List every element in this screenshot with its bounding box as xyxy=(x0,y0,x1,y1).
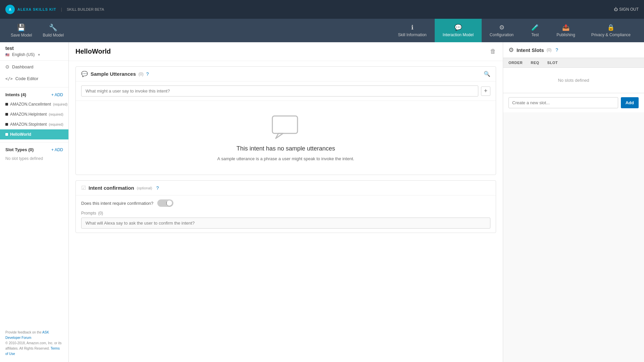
confirmation-title: Intent confirmation xyxy=(89,185,134,191)
tab-skill-information[interactable]: ℹ Skill Information xyxy=(390,19,434,42)
tab-privacy-compliance[interactable]: 🔒 Privacy & Compliance xyxy=(583,19,639,42)
col-order: ORDER xyxy=(508,61,523,65)
sample-utterances-card: 💬 Sample Utterances (0) ? 🔍 + This inten… xyxy=(75,66,496,175)
privacy-icon: 🔒 xyxy=(607,24,614,31)
utterances-count: (0) xyxy=(139,72,144,76)
dashboard-label: Dashboard xyxy=(12,64,34,69)
no-slot-types-msg: No slot types defined xyxy=(0,154,68,163)
stop-intent-label: AMAZON.StopIntent xyxy=(10,122,47,127)
footer-feedback-text: Provide feedback on the xyxy=(5,330,42,334)
confirmation-help-icon[interactable]: ? xyxy=(156,185,159,191)
intents-add-button[interactable]: + ADD xyxy=(51,93,63,97)
configuration-label: Configuration xyxy=(490,33,514,37)
center-panel: HelloWorld 🗑 💬 Sample Utterances (0) ? 🔍… xyxy=(69,42,503,362)
confirmation-question: Does this intent require confirmation? xyxy=(81,201,153,206)
slot-add-button[interactable]: Add xyxy=(621,97,639,108)
tab-interaction-model[interactable]: 💬 Interaction Model xyxy=(435,19,482,42)
utterances-search-button[interactable]: 🔍 xyxy=(484,71,490,77)
sample-utterances-header: 💬 Sample Utterances (0) ? 🔍 xyxy=(76,67,496,81)
sidebar-item-code-editor[interactable]: </> Code Editor xyxy=(0,73,68,84)
intent-slots-title: Intent Slots xyxy=(517,47,544,53)
build-icon: 🔧 xyxy=(49,23,57,32)
svg-rect-0 xyxy=(272,116,298,133)
prompts-input[interactable] xyxy=(81,218,490,229)
optional-label: (optional) xyxy=(137,186,152,190)
tab-publishing[interactable]: 📤 Publishing xyxy=(548,19,583,42)
slot-types-header: Slot Types (0) + ADD xyxy=(0,142,68,154)
publish-icon: 📤 xyxy=(562,24,570,31)
confirmation-body: Does this intent require confirmation? N… xyxy=(76,195,496,233)
sidebar-skill-name: test xyxy=(0,42,68,52)
slot-types-header-label: Slot Types (0) xyxy=(5,147,34,152)
power-icon: ⏻ xyxy=(614,7,618,12)
save-model-button[interactable]: 💾 Save Model xyxy=(5,21,37,40)
app-name: ALEXA SKILLS KIT xyxy=(17,7,56,11)
empty-subtitle: A sample utterance is a phrase a user mi… xyxy=(217,156,354,161)
intents-header-label: Intents (4) xyxy=(5,92,26,97)
right-panel: ⚙ Intent Slots (0) ? ORDER REQ SLOT No s… xyxy=(503,42,644,362)
alexa-logo: A xyxy=(5,5,15,14)
prompts-label: Prompts (0) xyxy=(81,211,490,216)
intent-dot xyxy=(5,133,8,136)
slots-column-headers: ORDER REQ SLOT xyxy=(503,58,644,68)
page-title-bar: HelloWorld 🗑 xyxy=(69,42,503,61)
code-editor-label: Code Editor xyxy=(15,76,39,81)
utterances-help-icon[interactable]: ? xyxy=(146,71,149,77)
prompts-count: (0) xyxy=(98,211,103,216)
utterance-add-button[interactable]: + xyxy=(481,86,490,96)
intents-header: Intents (4) + ADD xyxy=(0,87,68,99)
test-label: Test xyxy=(531,33,539,37)
save-label: Save Model xyxy=(11,33,32,38)
tab-configuration[interactable]: ⚙ Configuration xyxy=(482,19,522,42)
separator: | xyxy=(61,7,62,12)
intent-slots-header: ⚙ Intent Slots (0) ? xyxy=(503,42,644,58)
topbar: A ALEXA SKILLS KIT | SKILL BUILDER BETA … xyxy=(0,0,644,19)
config-icon: ⚙ xyxy=(499,24,504,31)
locale-selector[interactable]: 🇺🇸 English (US) ▼ xyxy=(0,52,68,61)
logo-area: A ALEXA SKILLS KIT | SKILL BUILDER BETA xyxy=(5,5,104,14)
skill-name: test xyxy=(5,46,14,51)
interaction-model-label: Interaction Model xyxy=(443,33,474,37)
slots-help-icon[interactable]: ? xyxy=(555,47,558,53)
privacy-label: Privacy & Compliance xyxy=(591,33,631,37)
skill-info-label: Skill Information xyxy=(398,33,426,37)
dashboard-icon: ⊙ xyxy=(5,64,9,69)
col-slot: SLOT xyxy=(547,61,558,65)
helloworld-intent-label: HelloWorld xyxy=(10,132,31,137)
help-required: (required) xyxy=(49,113,63,116)
empty-state: This intent has no sample utterances A s… xyxy=(76,101,496,175)
confirmation-toggle[interactable]: NO xyxy=(157,199,173,207)
save-icon: 💾 xyxy=(17,23,25,32)
stop-required: (required) xyxy=(49,123,63,126)
sign-out-button[interactable]: ⏻ SIGN OUT xyxy=(614,7,639,12)
sidebar-item-dashboard[interactable]: ⊙ Dashboard xyxy=(0,61,68,73)
slot-input-row: Add xyxy=(503,93,644,112)
tab-test[interactable]: 🧪 Test xyxy=(522,19,548,42)
model-toolbar: 💾 Save Model 🔧 Build Model ℹ Skill Infor… xyxy=(0,19,644,42)
toggle-knob xyxy=(167,200,172,206)
logo-text: A xyxy=(9,8,11,11)
chat-icon: 💬 xyxy=(454,24,462,31)
page-title: HelloWorld xyxy=(75,48,111,55)
intent-dot xyxy=(5,123,8,126)
intent-dot xyxy=(5,113,8,116)
sidebar-item-stop-intent[interactable]: AMAZON.StopIntent (required) xyxy=(0,119,68,129)
utterances-icon: 💬 xyxy=(81,71,88,77)
utterance-input[interactable] xyxy=(81,85,478,97)
main-content: HelloWorld 🗑 💬 Sample Utterances (0) ? 🔍… xyxy=(69,42,644,362)
sidebar-item-hello-world[interactable]: HelloWorld xyxy=(0,129,68,139)
slot-types-add-button[interactable]: + ADD xyxy=(51,147,63,152)
chevron-down-icon: ▼ xyxy=(37,53,41,57)
col-req: REQ xyxy=(531,61,539,65)
sidebar-item-help-intent[interactable]: AMAZON.HelpIntent (required) xyxy=(0,109,68,119)
slot-name-input[interactable] xyxy=(508,97,618,108)
nav-tabs: ℹ Skill Information 💬 Interaction Model … xyxy=(390,19,639,42)
cancel-intent-label: AMAZON.CancelIntent xyxy=(10,102,51,107)
cancel-required: (required) xyxy=(53,103,67,106)
test-icon: 🧪 xyxy=(531,24,539,31)
delete-intent-button[interactable]: 🗑 xyxy=(490,48,496,55)
sidebar-item-cancel-intent[interactable]: AMAZON.CancelIntent (required) xyxy=(0,99,68,109)
build-model-button[interactable]: 🔧 Build Model xyxy=(37,21,69,40)
info-icon: ℹ xyxy=(411,24,414,31)
sidebar: test 🇺🇸 English (US) ▼ ⊙ Dashboard </> C… xyxy=(0,42,69,362)
